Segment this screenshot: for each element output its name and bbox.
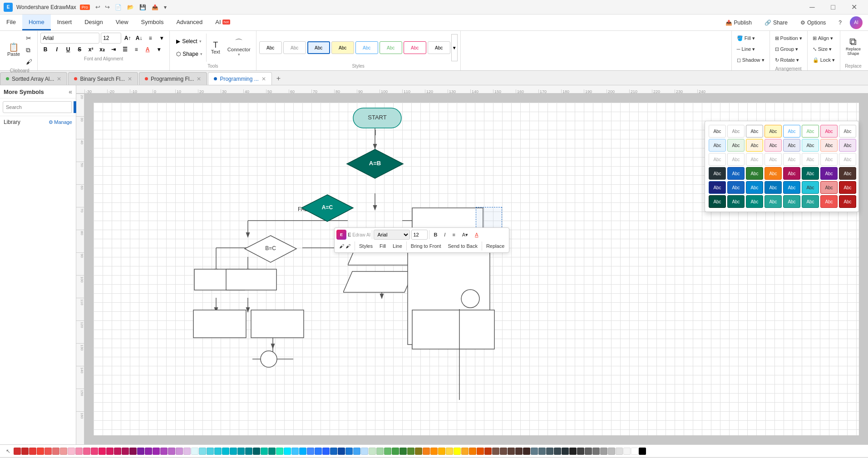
style-cell-3-0[interactable]: Abc	[709, 167, 726, 180]
style-cell-5-0[interactable]: Abc	[709, 195, 726, 208]
shape-rect-btm-2[interactable]	[250, 309, 305, 340]
select-button[interactable]: ▶ Select ▾	[173, 35, 206, 47]
lock-button[interactable]: 🔒 Lock ▾	[810, 54, 837, 65]
align-button[interactable]: ⊞ Align ▾	[810, 33, 835, 44]
color-swatch[interactable]	[376, 448, 384, 455]
menu-tab-ai[interactable]: AI hot	[209, 15, 236, 30]
style-cell-2-1[interactable]: Abc	[727, 153, 745, 166]
ft-replace-button[interactable]: Replace	[483, 242, 507, 250]
tab-close-sorted[interactable]: ✕	[57, 76, 61, 82]
style-cell-2-4[interactable]: Abc	[783, 153, 800, 166]
font-family-input[interactable]	[40, 33, 99, 44]
font-color-arrow[interactable]: ▾	[154, 44, 164, 54]
shape-button[interactable]: ⬡ Shape ▾	[173, 48, 206, 60]
color-swatch[interactable]	[577, 448, 584, 455]
style-cell-3-3[interactable]: Abc	[764, 167, 782, 180]
style-cell-3-1[interactable]: Abc	[727, 167, 745, 180]
color-swatch[interactable]	[608, 448, 615, 455]
shape-para-2[interactable]	[343, 271, 414, 295]
color-swatch[interactable]	[469, 448, 476, 455]
close-button[interactable]: ✕	[843, 0, 864, 15]
color-swatch[interactable]	[484, 448, 492, 455]
style-cell-5-3[interactable]: Abc	[764, 195, 782, 208]
color-swatch[interactable]	[631, 448, 638, 455]
shape-bottom-line[interactable]	[459, 309, 460, 401]
line-button[interactable]: ─ Line ▾	[735, 44, 758, 54]
connector-1[interactable]	[373, 130, 378, 137]
color-swatch[interactable]	[600, 448, 607, 455]
align2-button[interactable]: ≡	[131, 44, 141, 54]
color-swatch[interactable]	[214, 448, 222, 455]
color-swatch[interactable]	[438, 448, 445, 455]
tab-close-prog-fl[interactable]: ✕	[197, 76, 201, 82]
style-cell-3-5[interactable]: Abc	[802, 167, 819, 180]
color-swatch[interactable]	[523, 448, 530, 455]
style-swatch-1[interactable]: Abc	[259, 41, 282, 54]
color-swatch[interactable]	[330, 448, 337, 455]
style-cell-2-5[interactable]: Abc	[802, 153, 819, 166]
color-swatch[interactable]	[338, 448, 345, 455]
shape-right-circle[interactable]	[460, 289, 480, 310]
color-swatch[interactable]	[176, 448, 183, 455]
color-swatch[interactable]	[68, 448, 75, 455]
color-swatch[interactable]	[114, 448, 121, 455]
open-button[interactable]: 📂	[125, 3, 136, 11]
color-swatch[interactable]	[585, 448, 592, 455]
style-cell-3-4[interactable]: Abc	[783, 167, 800, 180]
shape-rect-left-2[interactable]	[225, 268, 277, 292]
color-swatch[interactable]	[322, 448, 330, 455]
search-input[interactable]	[3, 101, 72, 113]
style-cell-4-3[interactable]: Abc	[764, 181, 782, 194]
color-swatch[interactable]	[99, 448, 106, 455]
more-button[interactable]: ▾	[162, 3, 169, 11]
style-cell-5-7[interactable]: Abc	[839, 195, 856, 208]
color-swatch[interactable]	[44, 448, 52, 455]
align-button[interactable]: ≡	[145, 33, 155, 43]
style-cell-2-7[interactable]: Abc	[839, 153, 856, 166]
color-swatch[interactable]	[315, 448, 322, 455]
indent-button[interactable]: ⇥	[108, 44, 118, 54]
color-swatch[interactable]	[353, 448, 360, 455]
rotate-button[interactable]: ↻ Rotate ▾	[773, 54, 801, 65]
italic-button[interactable]: I	[52, 44, 62, 54]
ft-font-color-button[interactable]: A	[472, 231, 481, 239]
color-swatch[interactable]	[554, 448, 561, 455]
style-cell-1-4[interactable]: Abc	[783, 139, 800, 152]
style-cell-0-3[interactable]: Abc	[764, 125, 782, 138]
color-swatch[interactable]	[37, 448, 44, 455]
style-swatch-3[interactable]: Abc	[307, 41, 330, 54]
color-swatch[interactable]	[183, 448, 191, 455]
undo-button[interactable]: ↩	[94, 3, 102, 11]
color-swatch[interactable]	[423, 448, 430, 455]
color-swatch[interactable]	[639, 448, 646, 455]
color-swatch[interactable]	[399, 448, 407, 455]
size-button[interactable]: ⤡ Size ▾	[810, 44, 834, 54]
style-cell-5-5[interactable]: Abc	[802, 195, 819, 208]
color-swatch[interactable]	[91, 448, 98, 455]
shape-bottom-right-rect[interactable]	[411, 309, 495, 351]
color-swatch[interactable]	[29, 448, 36, 455]
style-cell-4-1[interactable]: Abc	[727, 181, 745, 194]
shape-rect-btm-1[interactable]	[192, 309, 247, 340]
style-cell-1-3[interactable]: Abc	[764, 139, 782, 152]
color-swatch[interactable]	[307, 448, 314, 455]
help-button[interactable]: ?	[834, 18, 846, 28]
color-swatch[interactable]	[129, 448, 137, 455]
color-swatch[interactable]	[230, 448, 237, 455]
color-swatch[interactable]	[531, 448, 538, 455]
color-swatch[interactable]	[361, 448, 368, 455]
color-swatch[interactable]	[454, 448, 461, 455]
position-button[interactable]: ⊞ Position ▾	[773, 33, 804, 44]
color-swatch[interactable]	[446, 448, 453, 455]
minimize-button[interactable]: ─	[802, 0, 823, 15]
new-button[interactable]: 📄	[113, 3, 124, 11]
color-swatch[interactable]	[515, 448, 523, 455]
style-cell-1-5[interactable]: Abc	[802, 139, 819, 152]
tab-close-prog-main[interactable]: ✕	[261, 76, 266, 82]
style-swatch-7[interactable]: Abc	[404, 41, 426, 54]
color-swatch[interactable]	[616, 448, 623, 455]
color-swatch[interactable]	[369, 448, 376, 455]
ft-bring-front-button[interactable]: Bring to Front	[408, 242, 444, 250]
share-menu-button[interactable]: 🔗 Share	[760, 18, 792, 28]
strikethrough-button[interactable]: S	[74, 44, 84, 54]
